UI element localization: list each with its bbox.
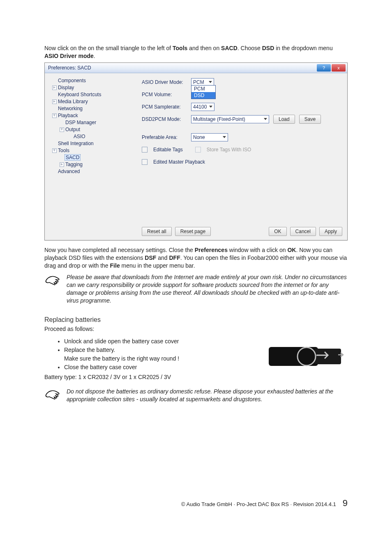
tree-asio[interactable]: ASIO [74,134,85,139]
pcm-volume-label: PCM Volume: [142,92,187,97]
text-bold: ASIO Driver mode [44,53,94,59]
store-tags-label: Store Tags With ISO [207,147,251,153]
dsd2pcm-mode-label: DSD2PCM Mode: [142,116,187,122]
text-bold: SACD [221,45,238,51]
tree-tagging[interactable]: Tagging [65,162,83,167]
combo-value: 44100 [193,104,207,110]
tree-dsp[interactable]: DSP Manager [65,120,96,125]
list-item: Replace the battery. Make sure the batte… [64,346,257,363]
save-button[interactable]: Save [299,115,321,124]
asio-driver-mode-dropdown[interactable]: PCM DSD [191,85,216,99]
text: in the dropdown menu [274,45,332,51]
edited-master-checkbox[interactable] [142,159,148,165]
reset-page-button[interactable]: Reset page [175,227,211,236]
collapse-icon[interactable]: ▿ [60,127,64,132]
svg-rect-1 [315,349,341,364]
after-paragraph: Now you have completed all necessary set… [44,246,348,270]
chevron-down-icon [209,106,212,108]
text: Now click on the on the small triangle t… [44,45,173,51]
expand-icon[interactable]: ▹ [60,162,64,167]
disposal-note: Do not dispose the batteries as ordinary… [44,388,348,403]
expand-icon[interactable]: ▹ [52,99,57,104]
preferences-window-screenshot: Preferences: SACD ? x Components ▹Displa… [44,62,348,240]
pcm-samplerate-combo[interactable]: 44100 [191,103,214,111]
preferable-area-combo[interactable]: None [191,133,228,141]
text: Make sure the battery is the right way r… [64,355,179,362]
remote-control-image [265,335,348,377]
tree-shell[interactable]: Shell Integration [58,141,94,146]
collapse-icon[interactable]: ▿ [52,148,57,153]
text: menu in the upper menu bar. [120,262,195,269]
tree-advanced[interactable]: Advanced [58,169,80,174]
combo-value: Multistage (Fixed-Point) [193,116,245,122]
editable-tags-label: Editable Tags [153,147,183,153]
combo-value: PCM [193,79,204,85]
chevron-down-icon [209,81,212,83]
text: Replace the battery. [64,347,115,353]
disposal-text: Do not dispose the batteries as ordinary… [67,388,348,403]
page-number: 9 [343,498,348,509]
asio-driver-mode-label: ASIO Driver Mode: [142,79,187,85]
tree-display[interactable]: Display [58,85,74,90]
text-bold: DSF [145,254,156,261]
reset-all-button[interactable]: Reset all [142,227,172,236]
chevron-down-icon [264,118,267,120]
preferences-tree[interactable]: Components ▹Display Keyboard Shortcuts ▹… [50,77,132,236]
text-bold: Preferences [195,247,228,253]
load-button[interactable]: Load [273,115,295,124]
warning-note: Please be aware that downloads from the … [44,273,348,305]
text-bold: DSD [262,45,274,51]
hand-pointer-icon [44,273,62,288]
dropdown-item-pcm[interactable]: PCM [191,86,215,92]
tree-keyboard[interactable]: Keyboard Shortcuts [58,92,101,97]
battery-type-text: Battery type: 1 x CR2032 / 3V or 1 x CR2… [44,373,257,381]
list-item: Close the battery case cover [64,363,257,372]
edited-master-label: Edited Master Playback [153,159,205,165]
combo-value: None [193,134,205,140]
replacing-batteries-heading: Replacing batteries [44,316,348,324]
warning-text: Please be aware that downloads from the … [67,273,348,305]
hand-pointer-icon [44,388,62,402]
text-bold: DFF [169,254,180,261]
editable-tags-checkbox[interactable] [142,147,148,153]
expand-icon[interactable]: ▹ [52,86,57,90]
dsd2pcm-mode-combo[interactable]: Multistage (Fixed-Point) [191,115,269,123]
list-item: Unlock and slide open the battery case c… [64,337,257,346]
intro-paragraph: Now click on the on the small triangle t… [44,44,348,60]
apply-button[interactable]: Apply [319,227,342,236]
text-bold: Tools [173,45,187,51]
tree-components[interactable]: Components [58,78,86,83]
chevron-down-icon [223,136,226,138]
preferable-area-label: Preferable Area: [142,134,187,140]
cancel-button[interactable]: Cancel [290,227,316,236]
proceed-text: Proceed as follows: [44,325,348,333]
tree-playback[interactable]: Playback [58,113,78,118]
svg-rect-0 [269,347,318,366]
text: . Choose [238,45,262,51]
text: window with a click on [228,247,288,253]
collapse-icon[interactable]: ▿ [52,113,57,118]
help-button[interactable]: ? [317,64,331,72]
store-tags-checkbox[interactable] [195,147,201,153]
tree-networking[interactable]: Networking [58,106,83,111]
tree-output[interactable]: Output [65,127,80,132]
text: . [94,53,95,59]
page-footer: © Audio Trade GmbH · Pro-Ject DAC Box RS… [44,498,348,509]
text-bold: OK [287,247,296,253]
close-button[interactable]: x [332,64,346,72]
window-title: Preferences: SACD [45,63,91,73]
tree-media[interactable]: Media Library [58,99,88,104]
tree-sacd-selected[interactable]: SACD [65,154,81,161]
text-bold: File [110,262,120,269]
text: and [156,254,169,261]
pcm-samplerate-label: PCM Samplerate: [142,104,187,110]
text: Now you have completed all necessary set… [44,247,195,253]
dropdown-item-dsd[interactable]: DSD [191,92,215,99]
copyright-text: © Audio Trade GmbH · Pro-Ject DAC Box RS… [181,501,336,507]
tree-tools[interactable]: Tools [58,148,69,153]
ok-button[interactable]: OK [269,227,286,236]
window-titlebar: Preferences: SACD ? x [45,63,347,73]
battery-steps-list: Unlock and slide open the battery case c… [64,337,257,372]
text: and then on [187,45,221,51]
